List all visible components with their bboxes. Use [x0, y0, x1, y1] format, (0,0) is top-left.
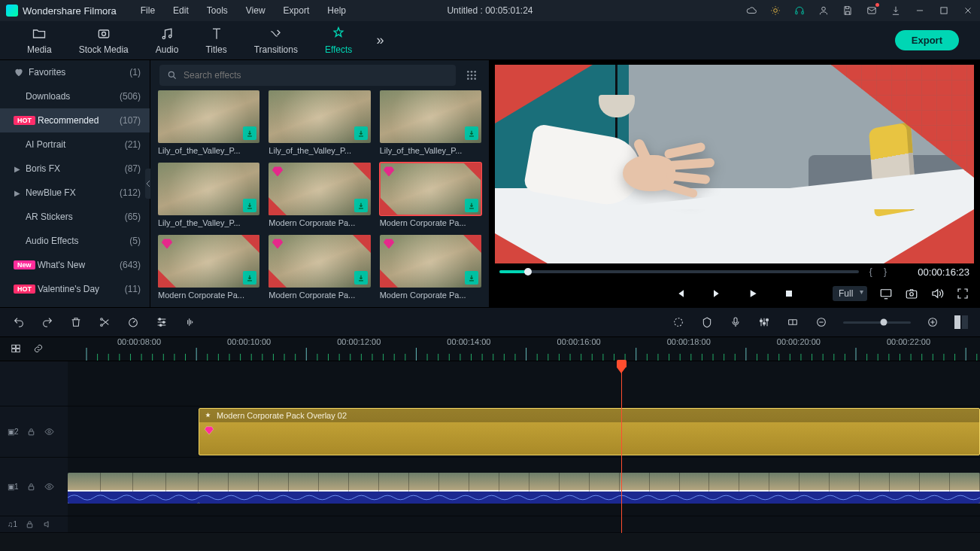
preview-seek-slider[interactable] — [499, 270, 859, 273]
timeline-ruler[interactable]: 00:00:08:0000:00:10:0000:00:12:0000:00:1… — [68, 337, 980, 361]
audio-wave-icon[interactable] — [184, 315, 197, 329]
download-icon[interactable] — [354, 199, 368, 212]
volume-icon[interactable] — [930, 287, 944, 300]
category-item[interactable]: HOTRecommended(107) — [0, 108, 150, 132]
stop-button[interactable] — [781, 286, 796, 301]
category-item[interactable]: Audio Effects(5) — [0, 229, 150, 253]
zoom-slider[interactable] — [843, 321, 911, 324]
lock-icon[interactable] — [25, 519, 35, 530]
download-icon[interactable] — [243, 199, 256, 212]
tab-titles[interactable]: Titles — [192, 26, 240, 55]
speed-icon[interactable] — [126, 315, 140, 329]
effect-thumbnail[interactable]: Modern Corporate Pa... — [380, 163, 481, 227]
account-icon[interactable] — [818, 5, 830, 17]
menu-view[interactable]: View — [238, 2, 273, 19]
grid-view-toggle-icon[interactable] — [463, 67, 480, 84]
window-close-icon[interactable] — [962, 5, 974, 17]
tab-audio[interactable]: Audio — [142, 26, 193, 55]
step-back-button[interactable] — [673, 286, 688, 301]
menu-export[interactable]: Export — [276, 2, 317, 19]
track-manage-icon[interactable] — [11, 343, 23, 355]
favorite-icon[interactable] — [383, 166, 395, 178]
clip-video-a[interactable]: Telekinesis Power Effect W... — [68, 473, 199, 504]
playhead[interactable] — [621, 361, 622, 533]
link-icon[interactable] — [33, 343, 45, 355]
play-button[interactable] — [745, 286, 760, 301]
clip-video-b[interactable]: Telekinesis Power Effect Wondershare Fil… — [199, 473, 980, 504]
redo-icon[interactable] — [41, 315, 54, 329]
effects-search[interactable] — [159, 65, 456, 86]
category-item[interactable]: ▶NewBlue FX(112) — [0, 181, 150, 205]
favorite-icon[interactable] — [272, 238, 284, 250]
lock-icon[interactable] — [26, 482, 37, 492]
effect-thumbnail[interactable]: Lily_of_the_Valley_P... — [158, 90, 259, 155]
tab-transitions[interactable]: Transitions — [241, 26, 311, 55]
menu-help[interactable]: Help — [320, 2, 353, 19]
window-maximize-icon[interactable] — [938, 5, 950, 17]
display-icon[interactable] — [879, 287, 893, 300]
delete-icon[interactable] — [69, 315, 83, 329]
category-item[interactable]: NewWhat's New(643) — [0, 253, 150, 277]
render-icon[interactable] — [672, 315, 685, 329]
download-icon[interactable] — [354, 271, 368, 285]
download-icon[interactable] — [465, 199, 478, 212]
favorite-icon[interactable] — [272, 166, 284, 178]
menu-file[interactable]: File — [133, 2, 162, 19]
tab-effects[interactable]: Effects — [311, 26, 366, 55]
zoom-in-icon[interactable] — [926, 315, 939, 329]
export-button[interactable]: Export — [895, 30, 959, 50]
eye-icon[interactable] — [44, 482, 55, 492]
download-icon[interactable] — [890, 5, 902, 17]
message-icon[interactable] — [866, 5, 878, 17]
effect-thumbnail[interactable]: Modern Corporate Pa... — [380, 235, 481, 300]
category-item[interactable]: AR Stickers(65) — [0, 205, 150, 229]
lock-icon[interactable] — [26, 427, 37, 437]
step-fwd-button[interactable] — [709, 286, 724, 301]
snapshot-icon[interactable] — [905, 287, 918, 300]
category-item[interactable]: AI Portrait(21) — [0, 132, 150, 157]
save-icon[interactable] — [842, 5, 854, 17]
download-icon[interactable] — [354, 126, 368, 140]
category-item[interactable]: HOTValentine's Day(11) — [0, 277, 150, 301]
range-brackets-icon[interactable]: { } — [869, 266, 891, 277]
menu-tools[interactable]: Tools — [199, 2, 235, 19]
fullscreen-icon[interactable] — [956, 287, 969, 300]
download-icon[interactable] — [243, 126, 256, 140]
panel-collapse-handle[interactable] — [145, 169, 150, 199]
eye-icon[interactable] — [44, 427, 55, 437]
speaker-icon[interactable] — [43, 519, 53, 530]
cloud-icon[interactable] — [745, 5, 757, 17]
effect-thumbnail[interactable]: Modern Corporate Pa... — [269, 235, 370, 300]
effect-thumbnail[interactable]: Lily_of_the_Valley_P... — [269, 90, 370, 155]
split-icon[interactable] — [98, 315, 111, 329]
favorite-icon[interactable] — [383, 238, 395, 250]
zoom-out-icon[interactable] — [815, 315, 828, 329]
headphones-icon[interactable] — [793, 5, 806, 17]
tab-media[interactable]: Media — [14, 26, 65, 55]
mixer-icon[interactable] — [757, 315, 771, 329]
clip-overlay[interactable]: Modern Corporate Pack Overlay 02 — [199, 408, 980, 455]
category-item[interactable]: ▶Boris FX(87) — [0, 157, 150, 181]
menu-edit[interactable]: Edit — [165, 2, 196, 19]
search-input[interactable] — [184, 70, 448, 81]
tab-stockmedia[interactable]: Stock Media — [65, 26, 142, 55]
effect-thumbnail[interactable]: Modern Corporate Pa... — [269, 163, 370, 227]
download-icon[interactable] — [465, 126, 478, 140]
effect-thumbnail[interactable]: Lily_of_the_Valley_P... — [158, 163, 259, 227]
keyframe-icon[interactable] — [786, 315, 799, 329]
effect-thumbnail[interactable]: Modern Corporate Pa... — [158, 235, 259, 300]
sun-icon[interactable] — [769, 5, 781, 17]
marker-icon[interactable] — [700, 315, 714, 329]
favorite-icon[interactable] — [161, 238, 173, 250]
download-icon[interactable] — [465, 271, 478, 285]
record-vo-icon[interactable] — [729, 315, 742, 329]
track-size-toggle[interactable] — [954, 315, 968, 329]
adjust-icon[interactable] — [155, 315, 168, 329]
effect-thumbnail[interactable]: Lily_of_the_Valley_P... — [380, 90, 481, 155]
download-icon[interactable] — [243, 271, 256, 285]
undo-icon[interactable] — [12, 315, 26, 329]
quality-select[interactable]: Full — [833, 286, 867, 301]
window-minimize-icon[interactable] — [914, 5, 926, 17]
tabs-more-icon[interactable]: » — [366, 32, 394, 48]
category-item[interactable]: Downloads(506) — [0, 84, 150, 108]
